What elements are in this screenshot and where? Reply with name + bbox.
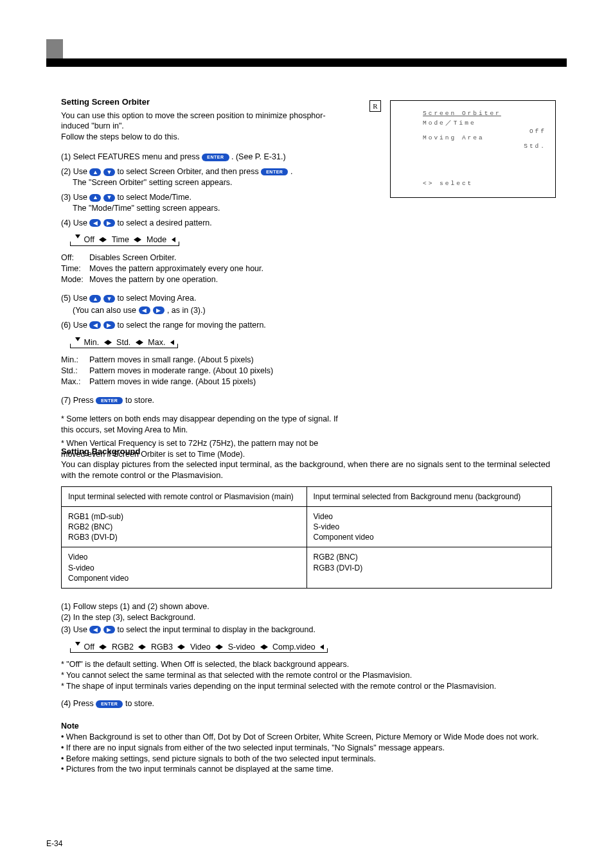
table-bg-cell: RGB2 (BNC) RGB3 (DVI-D) [306,547,552,589]
double-arrow-icon [215,644,223,650]
cell-line: S-video [68,563,300,573]
step-6-text-a: (6) Use [61,321,89,330]
osd-label: Mode／Time [423,120,476,128]
arrow-down-icon [75,642,80,646]
cycle-item: RGB3 [151,642,173,651]
step-1-text-b: . (See P. E-31.) [231,152,286,161]
bg-step-4-text-a: (4) Press [61,699,96,708]
arrow-down-icon: ▼ [103,168,115,176]
cycle-item: Off [84,642,94,651]
mode-time-cycle: Off Time Mode [70,233,179,246]
table-header-row: Input terminal selected with remote cont… [62,486,552,506]
step-2: (2) Use ▲ ▼ to select Screen Orbiter, an… [61,166,344,177]
osd-row-moving-area-val: Std. [423,143,549,151]
screen-orbiter-heading: Setting Screen Orbiter [61,96,344,108]
arrow-left-icon [320,644,324,650]
cell-line: S-video [314,522,546,532]
def-row: Std.:Pattern moves in moderate range. (A… [61,366,344,376]
step-2-text-c: . [290,167,292,176]
note-heading: Note [61,721,556,732]
cycle-item: Max. [148,338,165,347]
intro-text-a: You can use this option to move the scre… [61,111,344,132]
double-arrow-icon [177,644,185,650]
page-number: E-34 [46,838,62,849]
bg-note-off: * "Off" is the default setting. When Off… [61,659,556,670]
step-7-text-a: (7) Press [61,396,96,405]
osd-select-hint: <> select [423,180,473,188]
cycle-item: RGB2 [112,642,134,651]
note-item: • If there are no input signals from eit… [61,743,556,754]
cell-line: Component video [68,573,300,583]
osd-value: Std. [524,143,546,151]
cycle-item: Mode [147,235,166,244]
table-header-main: Input terminal selected with remote cont… [62,486,307,506]
cell-line: RGB3 (DVI-D) [314,563,546,573]
table-header-bg: Input terminal selected from Background … [306,486,552,506]
def-label: Min.: [61,355,89,366]
bg-step-3-text-a: (3) Use [61,625,89,634]
def-label: Mode: [61,274,89,285]
step-5-text-b: to select Moving Area. [117,294,196,303]
double-arrow-icon [99,237,107,242]
cycle-item: Video [190,642,211,651]
cycle-item: Comp.video [272,642,315,651]
bg-step-4: (4) Press ENTER to store. [61,698,556,709]
cell-line: Video [314,511,546,522]
screen-orbiter-column: Setting Screen Orbiter You can use this … [61,96,344,459]
cycle-item: Time [112,235,129,244]
arrow-left-icon: ◀ [89,321,101,329]
def-label: Max.: [61,376,89,387]
step-1-text-a: (1) Select FEATURES menu and press [61,152,202,161]
arrow-down-icon: ▼ [103,194,115,202]
osd-value: Off [529,128,546,136]
step-4-text-a: (4) Use [61,218,89,227]
bg-step-4-text-b: to store. [125,699,154,708]
cycle-item: Off [84,235,94,244]
double-arrow-icon [99,644,107,650]
step-5-sub-pre: (You can also use [73,305,136,316]
step-3-text-a: (3) Use [61,193,89,202]
def-row: Time:Moves the pattern approximately eve… [61,263,344,274]
def-text: Pattern moves in moderate range. (About … [89,366,273,375]
step-4: (4) Use ◀ ▶ to select a desired pattern. [61,218,344,229]
cell-line: RGB3 (DVI-D) [68,532,300,542]
osd-title: Screen Orbiter [423,110,501,118]
step-3-text-b: to select Mode/Time. [117,193,191,202]
arrow-right-icon: ▶ [103,626,115,633]
step-5-sub-post: , as in (3).) [167,305,206,316]
moving-area-cycle: Min. Std. Max. [70,336,178,349]
step-2-text-b: to select Screen Orbiter, and then press [117,167,258,176]
def-row: Mode:Moves the pattern by one operation. [61,274,344,285]
orbiter-note-a: * Some letters on both ends may disappea… [61,414,344,436]
double-arrow-icon [138,644,146,650]
background-cycle: Off RGB2 RGB3 Video S-video Comp.video [70,641,328,653]
double-arrow-icon [136,340,143,345]
bg-step-3: (3) Use ◀ ▶ to select the input terminal… [61,624,556,635]
osd-row-mode-time: Mode／Time [423,120,549,128]
double-arrow-icon [260,644,268,650]
note-block: Note • When Background is set to other t… [61,721,556,775]
def-label: Time: [61,263,89,274]
def-text: Pattern moves in wide range. (About 15 p… [89,377,256,386]
arrow-up-icon: ▲ [89,295,101,303]
background-steps: (1) Follow steps (1) and (2) shown above… [61,601,556,775]
cycle-item: Min. [84,338,99,347]
cycle-item: S-video [228,642,255,651]
background-section: Setting Background You can display pictu… [61,446,556,775]
enter-key-icon: ENTER [202,154,229,161]
arrow-up-icon: ▲ [89,194,101,202]
step-3-result: The "Mode/Time" setting screen appears. [73,203,344,214]
page-section-side-tab [46,39,63,58]
table-main-cell: Video S-video Component video [62,547,307,589]
step-5-sub: (You can also use ◀ ▶ , as in (3).) [73,305,344,316]
arrow-right-icon: ▶ [153,306,164,314]
step-1: (1) Select FEATURES menu and press ENTER… [61,152,344,163]
table-main-cell: RGB1 (mD-sub) RGB2 (BNC) RGB3 (DVI-D) [62,506,307,547]
enter-key-icon: ENTER [96,397,123,404]
bg-step-1: (1) Follow steps (1) and (2) shown above… [61,601,556,612]
arrow-down-icon [75,235,80,238]
arrow-left-icon [172,237,175,242]
background-heading: Setting Background [61,446,556,457]
step-7-text-b: to store. [125,396,154,405]
mode-time-defs: Off:Disables Screen Orbiter. Time:Moves … [61,252,344,285]
